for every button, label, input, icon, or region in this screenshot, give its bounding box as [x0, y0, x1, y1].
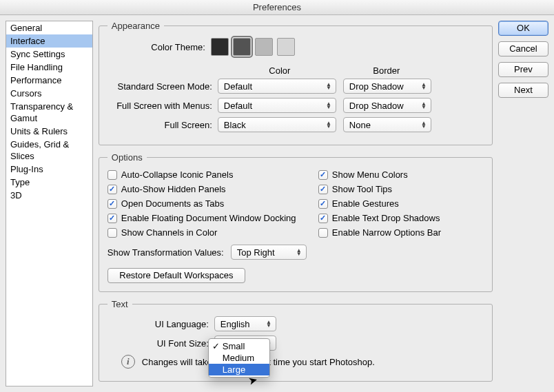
screen-mode-label-2: Full Screen: — [107, 120, 218, 130]
check-icon: ✓ — [212, 341, 220, 351]
color-column-header: Color — [218, 65, 342, 76]
screen-mode-color-dropdown-2[interactable]: Black▲▼ — [218, 117, 336, 132]
color-theme-swatches — [211, 38, 295, 56]
font-size-popup-menu[interactable]: ✓SmallMediumLarge — [208, 338, 270, 378]
chevron-updown-icon: ▲▼ — [421, 102, 427, 109]
checkbox-icon: ✓ — [318, 170, 328, 180]
text-group: Text UI Language: English ▲▼ UI Font Siz… — [99, 299, 493, 382]
color-theme-swatch-3[interactable] — [277, 38, 295, 56]
checkbox-icon: ✓ — [318, 214, 328, 223]
chevron-updown-icon: ▲▼ — [296, 249, 302, 256]
screen-mode-border-dropdown-2[interactable]: None▲▼ — [343, 117, 431, 132]
option-open-docs-tabs[interactable]: ✓Open Documents as Tabs — [107, 198, 314, 209]
checkbox-icon — [107, 228, 117, 238]
sidebar-item-transparency-gamut[interactable]: Transparency & Gamut — [6, 100, 92, 125]
font-size-option-medium[interactable]: Medium — [209, 352, 269, 364]
restore-workspaces-button[interactable]: Restore Default Workspaces — [107, 268, 245, 283]
screen-mode-border-dropdown-0[interactable]: Drop Shadow▲▼ — [343, 79, 431, 94]
chevron-updown-icon: ▲▼ — [421, 121, 427, 128]
checkbox-icon — [107, 170, 117, 180]
border-column-header: Border — [342, 65, 431, 76]
appearance-group: Appearance Color Theme: Color Border Sta… — [99, 21, 493, 145]
sidebar-item-units-rulers[interactable]: Units & Rulers — [6, 125, 92, 138]
screen-mode-border-dropdown-1[interactable]: Drop Shadow▲▼ — [343, 98, 431, 113]
transform-values-dropdown[interactable]: Top Right ▲▼ — [231, 245, 307, 260]
sidebar-item-interface[interactable]: Interface — [6, 34, 92, 48]
category-sidebar: GeneralInterfaceSync SettingsFile Handli… — [6, 21, 93, 386]
font-size-option-large[interactable]: Large — [209, 364, 269, 375]
info-icon: i — [121, 355, 135, 369]
sidebar-item-guides-grid-slices[interactable]: Guides, Grid & Slices — [6, 138, 92, 163]
chevron-updown-icon: ▲▼ — [421, 83, 427, 90]
dialog-buttons: OK Cancel Prev Next — [498, 21, 548, 386]
checkbox-icon — [318, 228, 328, 238]
option-text-drop-shadows[interactable]: ✓Enable Text Drop Shadows — [318, 213, 484, 223]
next-button[interactable]: Next — [498, 83, 548, 98]
color-theme-label: Color Theme: — [107, 42, 211, 52]
checkbox-icon: ✓ — [318, 185, 328, 194]
sidebar-item-3d[interactable]: 3D — [6, 189, 92, 202]
ui-language-dropdown[interactable]: English ▲▼ — [214, 316, 276, 331]
chevron-updown-icon: ▲▼ — [266, 320, 271, 327]
text-legend: Text — [107, 299, 132, 309]
main-panel: Appearance Color Theme: Color Border Sta… — [99, 21, 493, 386]
ui-language-label: UI Language: — [107, 319, 214, 329]
sidebar-item-performance[interactable]: Performance — [6, 74, 92, 87]
checkbox-icon: ✓ — [107, 185, 117, 194]
ok-button[interactable]: OK — [498, 21, 548, 36]
options-legend: Options — [107, 152, 147, 163]
sidebar-item-sync-settings[interactable]: Sync Settings — [6, 48, 92, 61]
option-enable-gestures[interactable]: ✓Enable Gestures — [318, 198, 484, 209]
chevron-updown-icon: ▲▼ — [326, 83, 331, 90]
prev-button[interactable]: Prev — [498, 62, 548, 77]
options-group: Options Auto-Collapse Iconic Panels✓Show… — [99, 152, 493, 292]
chevron-updown-icon: ▲▼ — [326, 121, 331, 128]
ui-font-size-label: UI Font Size: — [107, 338, 214, 349]
sidebar-item-type[interactable]: Type — [6, 176, 92, 189]
font-size-option-small[interactable]: ✓Small — [209, 340, 269, 352]
sidebar-item-cursors[interactable]: Cursors — [6, 87, 92, 100]
sidebar-item-general[interactable]: General — [6, 21, 92, 34]
sidebar-item-plug-ins[interactable]: Plug-Ins — [6, 163, 92, 176]
option-channels-color[interactable]: Show Channels in Color — [107, 227, 314, 238]
checkbox-icon: ✓ — [107, 199, 117, 209]
option-narrow-options[interactable]: Enable Narrow Options Bar — [318, 227, 484, 238]
option-floating-dock[interactable]: ✓Enable Floating Document Window Docking — [107, 213, 314, 223]
screen-mode-label-1: Full Screen with Menus: — [107, 101, 218, 111]
chevron-updown-icon: ▲▼ — [326, 102, 331, 109]
window-title: Preferences — [253, 2, 301, 12]
option-auto-show-hidden[interactable]: ✓Auto-Show Hidden Panels — [107, 184, 314, 194]
option-show-tooltips[interactable]: ✓Show Tool Tips — [318, 184, 484, 194]
checkbox-icon: ✓ — [318, 199, 328, 209]
color-theme-swatch-0[interactable] — [211, 38, 229, 56]
option-show-menu-colors[interactable]: ✓Show Menu Colors — [318, 169, 484, 180]
appearance-legend: Appearance — [107, 21, 164, 31]
sidebar-item-file-handling[interactable]: File Handling — [6, 61, 92, 74]
color-theme-swatch-2[interactable] — [255, 38, 273, 56]
checkbox-icon: ✓ — [107, 214, 117, 223]
screen-mode-color-dropdown-0[interactable]: Default▲▼ — [218, 79, 336, 94]
transform-values-label: Show Transformation Values: — [107, 247, 224, 258]
cancel-button[interactable]: Cancel — [498, 41, 548, 56]
screen-mode-color-dropdown-1[interactable]: Default▲▼ — [218, 98, 336, 113]
option-auto-collapse[interactable]: Auto-Collapse Iconic Panels — [107, 169, 314, 180]
window-titlebar: Preferences — [0, 0, 554, 15]
color-theme-swatch-1[interactable] — [233, 38, 251, 56]
screen-mode-label-0: Standard Screen Mode: — [107, 81, 218, 92]
